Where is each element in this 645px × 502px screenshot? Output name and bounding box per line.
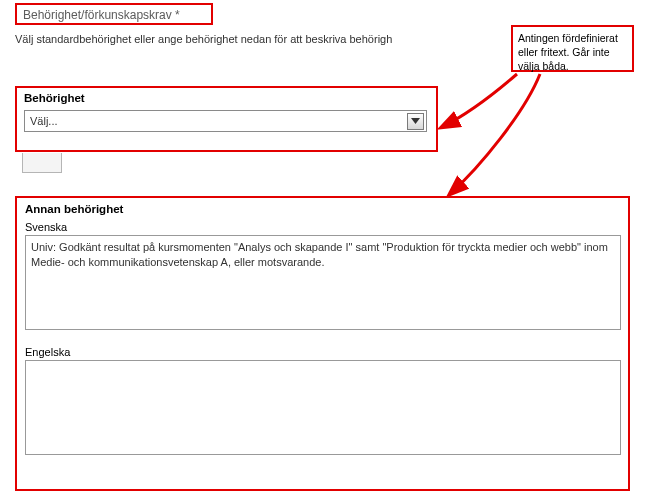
arrow-icon <box>432 72 522 137</box>
svenska-textarea[interactable] <box>25 235 621 330</box>
chevron-down-icon <box>407 113 424 130</box>
engelska-textarea[interactable] <box>25 360 621 455</box>
behorighet-select[interactable]: Välj... <box>24 110 427 132</box>
svenska-label: Svenska <box>25 221 620 233</box>
behorighet-title: Behörighet <box>24 92 429 104</box>
annan-behorighet-section: Annan behörighet Svenska Engelska <box>15 196 630 491</box>
button-fragment[interactable] <box>22 153 62 173</box>
section-title-box: Behörighet/förkunskapskrav * <box>15 3 213 25</box>
engelska-label: Engelska <box>25 346 620 358</box>
behorighet-select-value: Välj... <box>30 115 58 127</box>
svg-marker-0 <box>411 118 420 124</box>
arrow-icon <box>430 72 550 202</box>
annotation-callout: Antingen fördefinierat eller fritext. Gå… <box>511 25 634 72</box>
annotation-text: Antingen fördefinierat eller fritext. Gå… <box>518 32 618 72</box>
section-title-text: Behörighet/förkunskapskrav * <box>23 8 180 22</box>
section-description: Välj standardbehörighet eller ange behör… <box>15 33 495 45</box>
behorighet-section: Behörighet Välj... <box>15 86 438 152</box>
annan-title: Annan behörighet <box>25 203 620 215</box>
form-screenshot: Behörighet/förkunskapskrav * Välj standa… <box>0 0 645 502</box>
